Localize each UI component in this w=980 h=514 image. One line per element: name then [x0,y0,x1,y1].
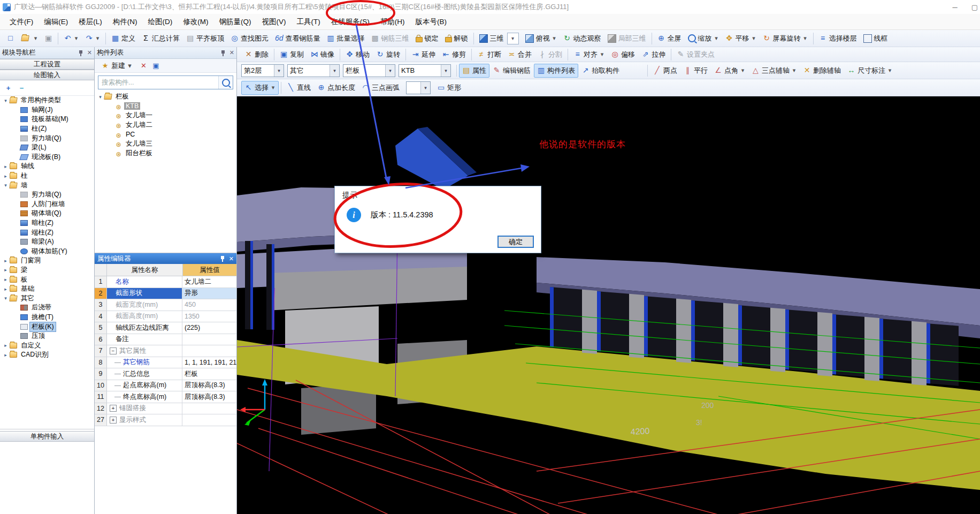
delete-component-icon[interactable]: ✕ [140,62,148,70]
tree-expander-icon[interactable]: ▸ [2,277,9,282]
merge-button[interactable]: ≍合并 [504,48,535,62]
component-tree-item[interactable]: KTB [95,102,236,111]
delete-button[interactable]: ✕删除 [241,48,272,62]
component-tree-item[interactable]: 女儿墙三 [95,139,236,149]
component-tree-item[interactable]: 女儿墙二 [95,120,236,130]
tree-expander-icon[interactable]: ▸ [2,258,9,263]
screen-rotate-button[interactable]: ↻屏幕旋转▾ [760,32,811,46]
nav-tree-item[interactable]: 挑檐(T) [0,313,94,322]
three-point-arc-tool-button[interactable]: ◠三点画弧 [358,81,403,95]
save-button[interactable]: ▣ [41,32,56,46]
nav-tree-item[interactable]: ▸ 板 [0,275,94,284]
trim-button[interactable]: ⇤修剪 [439,48,469,62]
nav-tree-item[interactable]: ▾ 其它 [0,293,94,303]
two-point-axis-button[interactable]: ╱两点 [650,64,680,78]
nav-tree-item[interactable]: ▸ 轴线 [0,162,94,171]
batch-select-button[interactable]: ▥批量选择 [324,32,368,46]
tree-expander-icon[interactable]: ▾ [2,183,9,188]
type-combo[interactable]: 栏板▾ [343,64,395,77]
tree-expander-icon[interactable]: ▸ [2,164,9,169]
tree-expander-icon[interactable]: ▾ [97,94,104,100]
property-value[interactable] [182,403,236,414]
property-row[interactable]: 4 截面高度(mm) 1350 [95,311,236,323]
menu-version[interactable]: 版本号(B) [410,14,453,30]
property-value[interactable]: 栏板 [182,368,236,380]
property-row[interactable]: 6 备注 [95,334,236,346]
menu-component[interactable]: 构件(N) [108,14,143,30]
menu-view[interactable]: 视图(V) [257,14,292,30]
floor-combo[interactable]: 第2层▾ [241,64,284,77]
fullscreen-button[interactable]: ⊕全屏 [654,32,685,46]
property-value[interactable]: 450 [182,299,236,311]
lock-button[interactable]: 锁定 [412,32,442,46]
tree-expander-icon[interactable]: ▾ [2,296,9,301]
select-floor-button[interactable]: ≡选择楼层 [816,32,860,46]
nav-tree-item[interactable]: 暗梁(A) [0,237,94,247]
view-3d-button[interactable]: 三维▾ [476,32,522,46]
property-value[interactable] [182,345,236,357]
copy-component-icon[interactable]: ▣ [152,62,160,70]
minimize-icon[interactable]: ─ [952,3,957,11]
extend-button[interactable]: ⇥延伸 [408,48,439,62]
nav-tree-item[interactable]: ▸ 基础 [0,284,94,294]
nav-tree-item[interactable]: 砌体墙(Q) [0,209,94,218]
new-file-button[interactable]: □ [3,32,18,46]
pan-button[interactable]: ✥平移▾ [722,32,760,46]
menu-modify[interactable]: 修改(M) [178,14,213,30]
redo-button[interactable]: ↷▾ [82,32,103,46]
define-button[interactable]: ▦定义 [108,32,139,46]
zoom-button[interactable]: 缩放▾ [685,32,722,46]
nav-tree-item[interactable]: 暗柱(Z) [0,218,94,228]
model-viewport[interactable]: 4200 200 3! [237,96,980,514]
menu-tools[interactable]: 工具(T) [292,14,326,30]
top-view-button[interactable]: 俯视▾ [522,32,560,46]
nav-tree-item[interactable]: ▾ 墙 [0,180,94,190]
property-value[interactable]: 1350 [182,311,236,322]
nav-tree-item[interactable]: 后浇带 [0,303,94,313]
property-row[interactable]: 2 截面形状 异形 [95,288,236,300]
stretch-button[interactable]: ⇗拉伸 [638,48,669,62]
pin-icon[interactable] [78,50,83,56]
undo-button[interactable]: ↶▾ [60,32,82,46]
expand-box-icon[interactable]: + [110,417,117,424]
rebar-3d-button[interactable]: ▩钢筋三维 [368,32,412,46]
nav-tree-item[interactable]: 剪力墙(Q) [0,190,94,200]
nav-tree-item[interactable]: ▸ CAD识别 [0,350,94,360]
move-button[interactable]: ✥移动 [342,48,373,62]
component-tree-item[interactable]: 女儿墙一 [95,111,236,120]
attributes-toggle[interactable]: ▤属性 [459,64,489,78]
dimension-button[interactable]: ↔尺寸标注▾ [844,64,895,78]
component-search-input[interactable] [98,79,218,86]
nav-tree-item[interactable]: 筏板基础(M) [0,115,94,124]
nav-tree-item[interactable]: 轴网(J) [0,105,94,115]
tree-expander-icon[interactable]: ▸ [2,286,9,292]
tree-expander-icon[interactable]: ▸ [2,267,9,273]
nav-tree-item[interactable]: 砌体加筋(Y) [0,247,94,256]
maximize-icon[interactable]: ▢ [971,3,978,11]
component-tree-item[interactable]: PC [95,130,236,139]
nav-tree-item[interactable]: 现浇板(B) [0,153,94,162]
pin-icon[interactable] [220,50,226,56]
property-row[interactable]: 3 截面宽度(mm) 450 [95,299,236,311]
property-row[interactable]: 7 −其它属性 [95,345,236,357]
component-tree-item[interactable]: ▾ 栏板 [95,92,236,102]
menu-floor[interactable]: 楼层(L) [73,14,108,30]
tree-expander-icon[interactable]: ▸ [2,352,9,358]
orbit-button[interactable]: ↻动态观察 [560,32,604,46]
property-value[interactable]: 层顶标高(8.3) [182,391,236,403]
edit-rebar-button[interactable]: ✎编辑钢筋 [489,64,534,78]
menu-edit[interactable]: 编辑(E) [39,14,73,30]
component-tree-item[interactable]: 阳台栏板 [95,149,236,158]
property-value[interactable]: 1, 1, 191, 191, 21, [182,357,236,368]
property-row[interactable]: 5 轴线距左边线距离 (225) [95,322,236,334]
summary-calc-button[interactable]: Σ汇总计算 [139,32,183,46]
menu-online[interactable]: 在线服务(S) [326,14,375,30]
select-tool-button[interactable]: ↖选择▾ [241,81,279,95]
nav-tree-item[interactable]: 梁(L) [0,143,94,153]
property-value[interactable] [182,414,236,426]
nav-tree-item[interactable]: 压顶 [0,331,94,341]
tree-expander-icon[interactable]: ▸ [2,173,9,179]
align-slab-top-button[interactable]: ▤平齐板顶 [183,32,227,46]
collapse-all-icon[interactable]: − [18,84,26,92]
nav-tree-item[interactable]: ▸ 梁 [0,266,94,275]
